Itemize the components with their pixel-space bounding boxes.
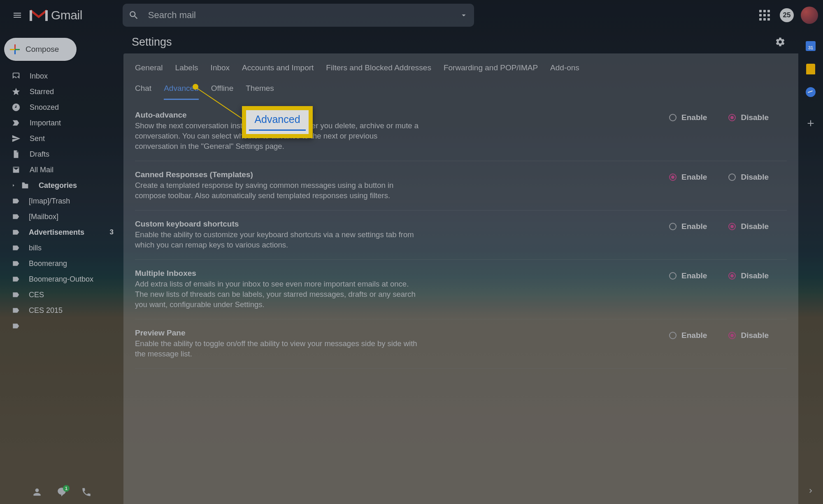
disable-option[interactable]: Disable xyxy=(728,331,769,340)
gmail-app: Gmail 25 Compose InboxStarredSnoozedImpo… xyxy=(0,0,823,504)
hangouts-button[interactable]: 1 xyxy=(56,487,67,499)
tab-offline[interactable]: Offline xyxy=(211,81,234,100)
tab-general[interactable]: General xyxy=(135,61,163,78)
radio-icon xyxy=(669,173,677,181)
keep-addon[interactable] xyxy=(805,63,816,75)
google-apps-button[interactable] xyxy=(755,5,774,25)
setting-title: Canned Responses (Templates) xyxy=(135,170,419,179)
compose-button[interactable]: Compose xyxy=(4,38,77,61)
setting-auto_advance: Auto-advanceShow the next conversation i… xyxy=(135,108,787,161)
main-menu-button[interactable] xyxy=(7,5,27,25)
enable-option[interactable]: Enable xyxy=(669,222,707,231)
sidebar-item-ces[interactable]: CES xyxy=(0,287,123,303)
settings-title: Settings xyxy=(132,36,172,49)
phone-button[interactable] xyxy=(81,487,92,499)
hangouts-contacts-button[interactable] xyxy=(32,487,42,499)
sidebar-item-label: Important xyxy=(30,119,61,127)
enable-option[interactable]: Enable xyxy=(669,271,707,280)
sidebar-footer: 1 xyxy=(0,482,123,504)
setting-text: Custom keyboard shortcutsEnable the abil… xyxy=(135,220,419,250)
disable-option[interactable]: Disable xyxy=(728,173,769,182)
setting-multi_inbox: Multiple InboxesAdd extra lists of email… xyxy=(135,260,787,319)
setting-description: Enable the ability to toggle on/off the … xyxy=(135,339,419,359)
sidebar-item-ces-2015[interactable]: CES 2015 xyxy=(0,303,123,318)
tab-add-ons[interactable]: Add-ons xyxy=(550,61,579,78)
tab-inbox[interactable]: Inbox xyxy=(211,61,230,78)
tab-filters-and-blocked-addresses[interactable]: Filters and Blocked Addresses xyxy=(326,61,431,78)
setting-options: EnableDisable xyxy=(669,220,787,250)
tasks-icon xyxy=(806,87,816,97)
sidebar-item-label: [Imap]/Trash xyxy=(29,197,70,206)
setting-options: EnableDisable xyxy=(669,269,787,310)
account-avatar[interactable] xyxy=(801,7,818,24)
search-icon xyxy=(128,10,139,21)
enable-option[interactable]: Enable xyxy=(669,173,707,182)
enable-option[interactable]: Enable xyxy=(669,113,707,122)
sidebar-item-important[interactable]: Important xyxy=(0,115,123,131)
search-input[interactable] xyxy=(139,10,459,21)
disable-option[interactable]: Disable xyxy=(728,113,769,122)
clock-icon xyxy=(12,103,21,112)
radio-icon xyxy=(728,223,736,230)
sidebar-item-sent[interactable]: Sent xyxy=(0,131,123,146)
tab-forwarding-and-pop-imap[interactable]: Forwarding and POP/IMAP xyxy=(444,61,538,78)
callout-label: Advanced xyxy=(254,113,300,125)
calendar-addon[interactable]: 31 xyxy=(805,40,816,52)
collapse-panel-icon[interactable] xyxy=(807,487,815,495)
settings-list: Auto-advanceShow the next conversation i… xyxy=(123,100,798,377)
enable-label: Enable xyxy=(681,222,707,231)
sidebar-item-starred[interactable]: Starred xyxy=(0,84,123,99)
sidebar-item-advertisements[interactable]: Advertisements3 xyxy=(0,224,123,240)
callout-highlight: Advanced xyxy=(242,106,313,138)
sidebar-item--mailbox-[interactable]: [Mailbox] xyxy=(0,209,123,224)
sidebar-item-drafts[interactable]: Drafts xyxy=(0,146,123,162)
setting-title: Custom keyboard shortcuts xyxy=(135,220,419,229)
radio-icon xyxy=(728,332,736,339)
header: Gmail 25 xyxy=(0,0,823,30)
search-bar[interactable] xyxy=(123,4,474,27)
tab-accounts-and-import[interactable]: Accounts and Import xyxy=(242,61,314,78)
setting-options: EnableDisable xyxy=(669,328,787,359)
tab-themes[interactable]: Themes xyxy=(246,81,274,100)
radio-icon xyxy=(669,114,677,121)
side-panel: 31 + xyxy=(798,30,823,504)
sidebar-item-blank[interactable] xyxy=(0,318,123,334)
label-icon xyxy=(12,322,20,330)
setting-description: Enable the ability to customize your key… xyxy=(135,230,419,250)
sidebar-item-boomerang[interactable]: Boomerang xyxy=(0,256,123,271)
label-icon xyxy=(12,306,20,314)
notifications-button[interactable]: 25 xyxy=(777,5,797,25)
apps-grid-icon xyxy=(759,10,770,21)
gmail-logo[interactable]: Gmail xyxy=(30,8,82,22)
sidebar-item-all-mail[interactable]: All Mail xyxy=(0,162,123,178)
tasks-addon[interactable] xyxy=(805,86,816,98)
sidebar-item-categories[interactable]: Categories xyxy=(0,178,123,193)
enable-option[interactable]: Enable xyxy=(669,331,707,340)
sidebar-item-label: CES xyxy=(29,291,44,299)
settings-gear-button[interactable] xyxy=(770,32,790,52)
sidebar-item-boomerang-outbox[interactable]: Boomerang-Outbox xyxy=(0,271,123,287)
body: Compose InboxStarredSnoozedImportantSent… xyxy=(0,30,823,504)
tab-labels[interactable]: Labels xyxy=(175,61,198,78)
disable-option[interactable]: Disable xyxy=(728,271,769,280)
sidebar-item--imap-trash[interactable]: [Imap]/Trash xyxy=(0,193,123,209)
sidebar-item-snoozed[interactable]: Snoozed xyxy=(0,99,123,115)
radio-icon xyxy=(728,173,736,181)
sidebar-item-label: [Mailbox] xyxy=(29,213,58,221)
sidebar-item-bills[interactable]: bills xyxy=(0,240,123,256)
disable-option[interactable]: Disable xyxy=(728,222,769,231)
radio-icon xyxy=(669,332,677,339)
radio-icon xyxy=(728,272,736,280)
setting-title: Multiple Inboxes xyxy=(135,269,419,278)
search-options-icon[interactable] xyxy=(459,10,468,21)
label-icon xyxy=(12,228,20,236)
sidebar-item-count: 3 xyxy=(110,228,114,236)
setting-shortcuts: Custom keyboard shortcutsEnable the abil… xyxy=(135,210,787,260)
tab-chat[interactable]: Chat xyxy=(135,81,151,100)
setting-options: EnableDisable xyxy=(669,170,787,201)
setting-text: Preview PaneEnable the ability to toggle… xyxy=(135,328,419,359)
radio-icon xyxy=(669,223,677,230)
get-addons-button[interactable]: + xyxy=(805,118,816,129)
sidebar-item-inbox[interactable]: Inbox xyxy=(0,68,123,84)
main-content: Settings GeneralLabelsInboxAccounts and … xyxy=(123,30,798,504)
